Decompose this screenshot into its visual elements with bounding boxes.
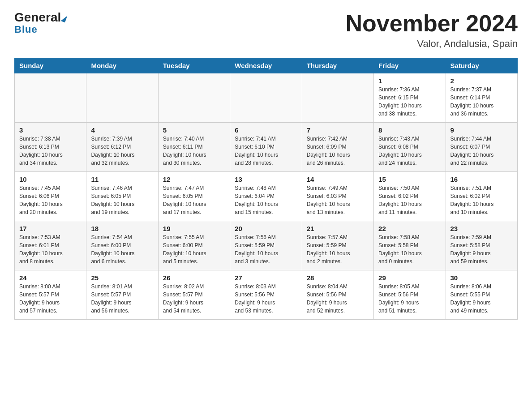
logo-text: General: [14, 11, 66, 25]
calendar-cell: 5Sunrise: 7:40 AM Sunset: 6:11 PM Daylig…: [158, 123, 230, 172]
month-title: November 2024: [346, 11, 518, 36]
day-number: 23: [450, 225, 513, 232]
calendar-cell: 22Sunrise: 7:58 AM Sunset: 5:58 PM Dayli…: [374, 221, 446, 270]
location-title: Valor, Andalusia, Spain: [346, 38, 518, 50]
day-number: 13: [235, 176, 297, 183]
day-number: 9: [450, 126, 513, 134]
top-section: General Blue November 2024 Valor, Andalu…: [14, 11, 518, 50]
day-info: Sunrise: 7:45 AM Sunset: 6:06 PM Dayligh…: [19, 184, 82, 216]
day-info: Sunrise: 7:41 AM Sunset: 6:10 PM Dayligh…: [235, 135, 297, 167]
calendar-cell: 8Sunrise: 7:43 AM Sunset: 6:08 PM Daylig…: [374, 123, 446, 172]
calendar-cell: 27Sunrise: 8:03 AM Sunset: 5:56 PM Dayli…: [230, 270, 302, 320]
day-number: 21: [307, 225, 369, 232]
calendar-week-row: 24Sunrise: 8:00 AM Sunset: 5:57 PM Dayli…: [15, 270, 518, 320]
day-number: 16: [450, 176, 513, 183]
day-info: Sunrise: 7:50 AM Sunset: 6:02 PM Dayligh…: [378, 184, 441, 216]
day-info: Sunrise: 8:03 AM Sunset: 5:56 PM Dayligh…: [235, 283, 297, 315]
day-number: 2: [450, 77, 513, 85]
day-number: 7: [307, 126, 369, 134]
calendar-cell: 26Sunrise: 8:02 AM Sunset: 5:57 PM Dayli…: [158, 270, 230, 320]
day-info: Sunrise: 8:06 AM Sunset: 5:55 PM Dayligh…: [450, 283, 513, 315]
weekday-header-row: SundayMondayTuesdayWednesdayThursdayFrid…: [15, 58, 518, 73]
logo-area: General Blue: [14, 11, 66, 35]
day-info: Sunrise: 8:05 AM Sunset: 5:56 PM Dayligh…: [378, 283, 441, 315]
calendar-week-row: 17Sunrise: 7:53 AM Sunset: 6:01 PM Dayli…: [15, 221, 518, 270]
day-number: 12: [163, 176, 225, 183]
weekday-header-sunday: Sunday: [15, 58, 86, 73]
day-info: Sunrise: 8:00 AM Sunset: 5:57 PM Dayligh…: [19, 283, 82, 315]
calendar-cell: 7Sunrise: 7:42 AM Sunset: 6:09 PM Daylig…: [302, 123, 373, 172]
calendar-cell: 17Sunrise: 7:53 AM Sunset: 6:01 PM Dayli…: [15, 221, 86, 270]
calendar-cell: 18Sunrise: 7:54 AM Sunset: 6:00 PM Dayli…: [86, 221, 158, 270]
calendar-cell: 12Sunrise: 7:47 AM Sunset: 6:05 PM Dayli…: [158, 172, 230, 221]
day-number: 20: [235, 225, 297, 232]
day-info: Sunrise: 7:55 AM Sunset: 6:00 PM Dayligh…: [163, 233, 225, 265]
logo-sub: Blue: [14, 24, 38, 35]
weekday-header-saturday: Saturday: [446, 58, 517, 73]
calendar-cell: 23Sunrise: 7:59 AM Sunset: 5:58 PM Dayli…: [446, 221, 517, 270]
calendar-cell: 16Sunrise: 7:51 AM Sunset: 6:02 PM Dayli…: [446, 172, 517, 221]
weekday-header-friday: Friday: [374, 58, 446, 73]
calendar-cell: 25Sunrise: 8:01 AM Sunset: 5:57 PM Dayli…: [86, 270, 158, 320]
calendar-cell: 29Sunrise: 8:05 AM Sunset: 5:56 PM Dayli…: [374, 270, 446, 320]
day-number: 4: [91, 126, 153, 134]
day-info: Sunrise: 7:47 AM Sunset: 6:05 PM Dayligh…: [163, 184, 225, 216]
day-number: 15: [378, 176, 441, 183]
weekday-header-thursday: Thursday: [302, 58, 373, 73]
day-info: Sunrise: 8:02 AM Sunset: 5:57 PM Dayligh…: [163, 283, 225, 315]
day-info: Sunrise: 7:48 AM Sunset: 6:04 PM Dayligh…: [235, 184, 297, 216]
logo-triangle-icon: [61, 14, 68, 22]
weekday-header-monday: Monday: [86, 58, 158, 73]
day-info: Sunrise: 7:54 AM Sunset: 6:00 PM Dayligh…: [91, 233, 153, 265]
day-number: 24: [19, 274, 82, 282]
day-info: Sunrise: 7:51 AM Sunset: 6:02 PM Dayligh…: [450, 184, 513, 216]
day-info: Sunrise: 7:44 AM Sunset: 6:07 PM Dayligh…: [450, 135, 513, 167]
day-number: 14: [307, 176, 369, 183]
day-number: 22: [378, 225, 441, 232]
header-right: November 2024 Valor, Andalusia, Spain: [346, 11, 518, 50]
day-number: 6: [235, 126, 297, 134]
day-info: Sunrise: 7:57 AM Sunset: 5:59 PM Dayligh…: [307, 233, 369, 265]
calendar-cell: [86, 73, 158, 123]
calendar-cell: 2Sunrise: 7:37 AM Sunset: 6:14 PM Daylig…: [446, 73, 517, 123]
calendar-week-row: 10Sunrise: 7:45 AM Sunset: 6:06 PM Dayli…: [15, 172, 518, 221]
calendar-cell: 14Sunrise: 7:49 AM Sunset: 6:03 PM Dayli…: [302, 172, 373, 221]
day-info: Sunrise: 7:39 AM Sunset: 6:12 PM Dayligh…: [91, 135, 153, 167]
day-info: Sunrise: 7:49 AM Sunset: 6:03 PM Dayligh…: [307, 184, 369, 216]
day-info: Sunrise: 7:42 AM Sunset: 6:09 PM Dayligh…: [307, 135, 369, 167]
day-number: 10: [19, 176, 82, 183]
day-info: Sunrise: 7:58 AM Sunset: 5:58 PM Dayligh…: [378, 233, 441, 265]
calendar-cell: 4Sunrise: 7:39 AM Sunset: 6:12 PM Daylig…: [86, 123, 158, 172]
calendar-cell: 3Sunrise: 7:38 AM Sunset: 6:13 PM Daylig…: [15, 123, 86, 172]
day-number: 26: [163, 274, 225, 282]
day-info: Sunrise: 7:43 AM Sunset: 6:08 PM Dayligh…: [378, 135, 441, 167]
day-info: Sunrise: 7:38 AM Sunset: 6:13 PM Dayligh…: [19, 135, 82, 167]
calendar-cell: 24Sunrise: 8:00 AM Sunset: 5:57 PM Dayli…: [15, 270, 86, 320]
calendar-cell: 28Sunrise: 8:04 AM Sunset: 5:56 PM Dayli…: [302, 270, 373, 320]
calendar-cell: 6Sunrise: 7:41 AM Sunset: 6:10 PM Daylig…: [230, 123, 302, 172]
day-number: 3: [19, 126, 82, 134]
day-number: 19: [163, 225, 225, 232]
calendar-cell: 19Sunrise: 7:55 AM Sunset: 6:00 PM Dayli…: [158, 221, 230, 270]
calendar-cell: 21Sunrise: 7:57 AM Sunset: 5:59 PM Dayli…: [302, 221, 373, 270]
calendar-cell: 1Sunrise: 7:36 AM Sunset: 6:15 PM Daylig…: [374, 73, 446, 123]
day-info: Sunrise: 8:04 AM Sunset: 5:56 PM Dayligh…: [307, 283, 369, 315]
day-number: 27: [235, 274, 297, 282]
day-info: Sunrise: 7:56 AM Sunset: 5:59 PM Dayligh…: [235, 233, 297, 265]
day-number: 29: [378, 274, 441, 282]
calendar-cell: [230, 73, 302, 123]
calendar-week-row: 3Sunrise: 7:38 AM Sunset: 6:13 PM Daylig…: [15, 123, 518, 172]
day-number: 5: [163, 126, 225, 134]
day-number: 28: [307, 274, 369, 282]
calendar-cell: [302, 73, 373, 123]
day-info: Sunrise: 7:37 AM Sunset: 6:14 PM Dayligh…: [450, 86, 513, 118]
calendar-cell: 9Sunrise: 7:44 AM Sunset: 6:07 PM Daylig…: [446, 123, 517, 172]
day-info: Sunrise: 8:01 AM Sunset: 5:57 PM Dayligh…: [91, 283, 153, 315]
weekday-header-wednesday: Wednesday: [230, 58, 302, 73]
day-number: 17: [19, 225, 82, 232]
day-info: Sunrise: 7:46 AM Sunset: 6:05 PM Dayligh…: [91, 184, 153, 216]
day-info: Sunrise: 7:53 AM Sunset: 6:01 PM Dayligh…: [19, 233, 82, 265]
day-number: 8: [378, 126, 441, 134]
day-info: Sunrise: 7:59 AM Sunset: 5:58 PM Dayligh…: [450, 233, 513, 265]
day-number: 25: [91, 274, 153, 282]
